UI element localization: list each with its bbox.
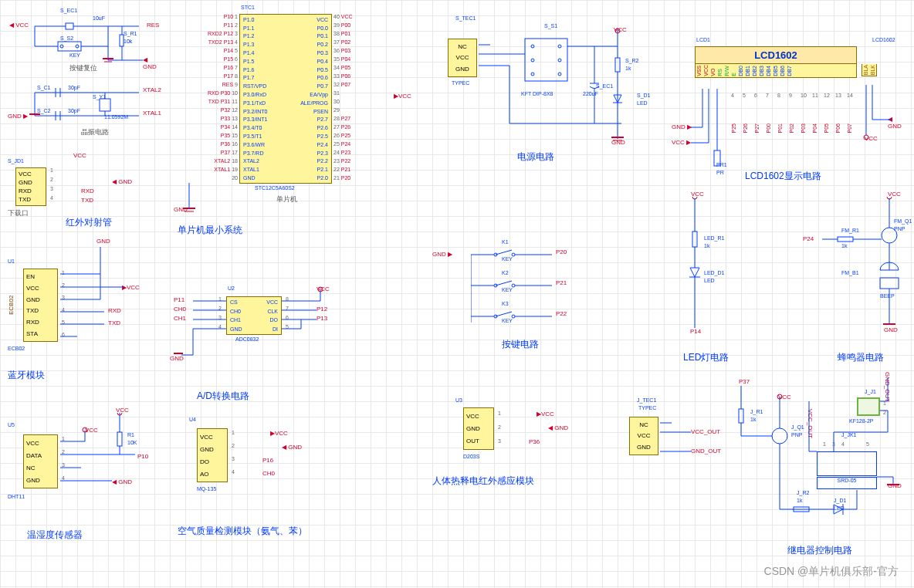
ir-gnd: ◀ GND <box>112 178 132 185</box>
led-block: VCC LED_R1 1k LED_D1 LED P14 LED灯电路 <box>672 197 757 363</box>
svg-text:1: 1 <box>823 441 826 447</box>
bt-gnd: GND <box>96 238 110 245</box>
svg-rect-116 <box>880 278 899 289</box>
pir-title: 人体热释电红外感应模块 <box>432 475 534 488</box>
mq-ref: U4 <box>189 417 196 422</box>
dht-block: VCC U5 VCC R1 10K VCC DATA NC GND 12 34 … <box>8 413 166 548</box>
mq-p2: GND <box>200 446 225 453</box>
svg-point-89 <box>512 253 515 256</box>
ir-txd: TXD <box>81 197 93 204</box>
dl-note: 下载口 <box>8 208 29 218</box>
svg-rect-44 <box>615 58 620 72</box>
ir-ref: S_JD1 <box>8 158 24 164</box>
svg-text:2: 2 <box>883 410 886 415</box>
svg-point-37 <box>531 59 534 62</box>
lcd-block: LCD1 LCD1602 LCD1602 VSSVCCVORSR/WEDB0DB… <box>672 39 907 185</box>
svg-text:4: 4 <box>841 441 845 447</box>
svg-point-40 <box>558 73 561 76</box>
svg-point-99 <box>512 315 515 318</box>
mq-p4: AO <box>200 471 225 478</box>
svg-rect-104 <box>692 231 697 247</box>
pir-net: P36 <box>529 438 540 445</box>
mcu-block: STC1 P1.0VCCP1.1P0.0P1.2P0.1P1.3P0.2P1.4… <box>178 9 409 233</box>
mq-p3: DO <box>200 458 225 465</box>
relay-block: P37 VCC GND_OUT J_TEC1 TYPEC NC VCC GND … <box>618 378 911 563</box>
svg-point-35 <box>531 45 534 48</box>
svg-point-6 <box>76 45 79 48</box>
svg-rect-113 <box>838 237 853 242</box>
svg-point-39 <box>531 73 534 76</box>
xtal-circuit: S_C1 30pF XTAL2 S_Y1 S_C2 30pF 11.0592M … <box>8 85 162 139</box>
watermark: CSDN @单片机俱乐部-官方 <box>764 565 899 579</box>
ir-block: S_JD1 VCC VCC GND RXD TXD 1 2 3 4 ◀ GND … <box>8 158 154 224</box>
svg-rect-4 <box>58 42 81 51</box>
adc-block: U2 VCC CSVCC CH0CLK CH1DO GNDDI P11 CH0 … <box>174 286 344 401</box>
p4: TXD <box>19 196 43 203</box>
svg-line-90 <box>496 250 512 255</box>
keys-title: 按键电路 <box>502 338 539 351</box>
keys-gnd: GND ▶ <box>432 251 452 258</box>
mq-part: MQ-135 <box>197 486 216 492</box>
p2: GND <box>19 179 43 186</box>
pir-block: U3 VCC GND OUT 12 3 ▶VCC ◀ GND P36 D203S… <box>444 401 614 486</box>
bt-block: GND U1 EN VCC GND TXD RXD STA ECB02 12 3… <box>8 247 162 382</box>
svg-point-36 <box>558 45 561 48</box>
ir-title: 红外对射管 <box>66 216 112 229</box>
ir-vcc: VCC <box>73 152 86 159</box>
buzz-block: VCC P24 FM_R1 1k FM_Q1 PNP FM_B1 BEEP GN… <box>803 197 911 363</box>
p3: RXD <box>19 188 43 194</box>
svg-point-111 <box>882 228 897 243</box>
svg-point-38 <box>558 59 561 62</box>
svg-point-136 <box>772 428 787 444</box>
svg-rect-133 <box>739 409 743 423</box>
pir-part: D203S <box>463 454 479 459</box>
mcu-title: 单片机最小系统 <box>178 224 242 237</box>
mq-ch: CH0 <box>262 470 275 477</box>
pir-vcc: ▶VCC <box>537 411 554 417</box>
svg-text:3: 3 <box>832 441 835 447</box>
svg-rect-124 <box>117 432 122 446</box>
svg-line-95 <box>496 281 512 286</box>
ir-rxd: RXD <box>81 188 94 194</box>
svg-text:5: 5 <box>866 441 869 447</box>
pir-p1: VCC <box>466 413 491 420</box>
mq-gnd: ◀ GND <box>282 444 302 451</box>
pir-p2: GND <box>466 425 491 432</box>
power-block: S_TEC1 NC VCC GND TYPEC S_S1 KFT DIP-8X8… <box>432 15 656 162</box>
svg-marker-106 <box>690 268 699 277</box>
keys-block: GND ▶ K1 KEY P20 K2 KEY P21 K3 KEY P22 按… <box>432 239 625 351</box>
svg-point-94 <box>512 284 515 287</box>
mq-vcc: ▶VCC <box>270 430 288 437</box>
pir-p3: OUT <box>466 438 491 444</box>
mq-title: 空气质量检测模块（氨气、苯） <box>178 525 307 538</box>
svg-rect-53 <box>714 150 720 166</box>
svg-rect-9 <box>120 35 124 46</box>
svg-marker-145 <box>834 505 843 514</box>
reset-circuit: S_EC1 10uF ◀ VCC RES S_S2 S_R1 10k KEY ◀… <box>8 8 162 77</box>
svg-line-100 <box>496 312 512 316</box>
mq-p1: VCC <box>200 434 225 441</box>
svg-rect-22 <box>100 99 110 111</box>
p1: VCC <box>19 171 43 177</box>
svg-text:1: 1 <box>883 400 886 406</box>
svg-point-5 <box>60 45 63 48</box>
pir-gnd: ◀ GND <box>548 424 568 431</box>
mq-net: P16 <box>262 457 273 464</box>
mq-block: U4 VCC GND DO AO 12 34 ▶VCC ◀ GND P16 CH… <box>178 417 363 548</box>
svg-rect-1 <box>66 23 73 29</box>
pir-ref: U3 <box>455 397 462 403</box>
svg-point-60 <box>864 135 868 140</box>
